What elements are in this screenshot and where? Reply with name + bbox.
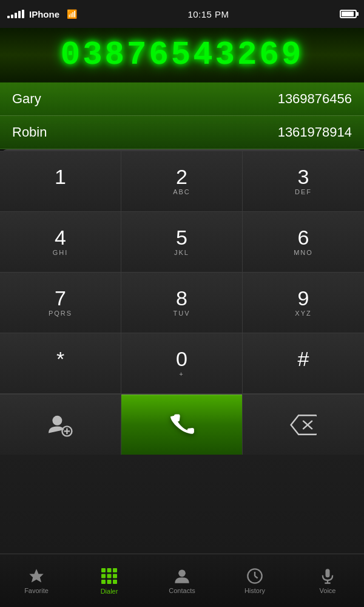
contact-number-gary: 1369876456 <box>278 91 352 107</box>
contact-row-gary[interactable]: Gary 1369876456 <box>0 83 364 116</box>
voice-icon <box>319 568 336 585</box>
main-content: 03876543269 Gary 1369876456 Robin 136197… <box>0 28 364 607</box>
tab-voice[interactable]: Voice <box>291 563 364 599</box>
key-3[interactable]: 3DEF <box>243 151 364 212</box>
contacts-icon <box>174 568 190 585</box>
key-letters-label: + <box>179 370 184 379</box>
svg-line-18 <box>255 576 258 578</box>
status-right <box>340 10 357 18</box>
svg-rect-13 <box>107 580 112 584</box>
call-button[interactable] <box>121 395 243 455</box>
contact-row-robin[interactable]: Robin 1361978914 <box>0 116 364 149</box>
tab-contacts[interactable]: Contacts <box>146 563 218 599</box>
wifi-icon: 📶 <box>67 9 77 19</box>
tab-contacts-label: Contacts <box>169 587 195 594</box>
svg-rect-11 <box>113 574 117 578</box>
display-area: 03876543269 Gary 1369876456 Robin 136197… <box>0 28 364 149</box>
battery-icon <box>340 10 357 18</box>
svg-rect-10 <box>107 574 112 578</box>
key-digit-label: # <box>298 348 309 369</box>
key-digit-label: 2 <box>176 166 187 187</box>
key-1[interactable]: 1 <box>0 151 121 212</box>
key-letters-label: JKL <box>174 249 189 257</box>
key-letters-label: GHI <box>53 249 69 257</box>
key-digit-label: 0 <box>176 348 187 369</box>
key-letters-label: DEF <box>295 188 312 197</box>
key-digit-label: 9 <box>298 288 309 308</box>
tab-dialer-label: Dialer <box>101 588 118 595</box>
key-digit-label: 5 <box>176 227 187 248</box>
tab-favorite-label: Favorite <box>24 587 49 594</box>
key-4[interactable]: 4GHI <box>0 212 121 273</box>
key-letters-label: MNO <box>294 249 313 257</box>
svg-rect-14 <box>113 580 117 584</box>
clock: 10:15 PM <box>187 9 229 19</box>
key-digit-label: 4 <box>55 227 66 248</box>
contacts-area: Gary 1369876456 Robin 1361978914 <box>0 83 364 149</box>
lcd-number: 03876543269 <box>61 36 303 73</box>
key-5[interactable]: 5JKL <box>121 212 243 273</box>
dialer-icon <box>100 567 118 585</box>
key-6[interactable]: 6MNO <box>243 212 364 273</box>
signal-bars-icon <box>7 10 24 18</box>
carrier-label: IPhone <box>29 9 59 19</box>
contact-name-robin: Robin <box>12 124 47 140</box>
key-digit-label: * <box>56 348 64 369</box>
action-row <box>0 394 364 455</box>
history-icon <box>246 568 263 585</box>
svg-rect-12 <box>101 580 106 584</box>
keypad-grid: 12ABC3DEF4GHI5JKL6MNO7PQRS8TUV9XYZ*0+# <box>0 151 364 394</box>
key-digit-label: 8 <box>176 288 187 308</box>
svg-rect-6 <box>101 568 106 572</box>
key-*[interactable]: * <box>0 333 121 394</box>
call-icon <box>169 412 195 438</box>
svg-rect-7 <box>107 568 112 572</box>
lcd-display: 03876543269 <box>0 28 364 83</box>
svg-rect-9 <box>101 574 106 578</box>
app: IPhone 📶 10:15 PM 03876543269 Gary 13698… <box>0 0 364 607</box>
tab-history-label: History <box>244 587 265 594</box>
add-contact-icon <box>49 413 73 437</box>
key-7[interactable]: 7PQRS <box>0 273 121 333</box>
key-letters-label: TUV <box>174 310 190 318</box>
tab-bar: Favorite Dialer <box>0 554 364 607</box>
add-contact-button[interactable] <box>0 395 121 455</box>
key-digit-label: 7 <box>55 288 66 308</box>
key-letters-label: ABC <box>173 188 190 197</box>
key-#[interactable]: # <box>243 333 364 394</box>
tab-history[interactable]: History <box>218 563 291 599</box>
key-digit-label: 6 <box>298 227 309 248</box>
key-letters-label: PQRS <box>49 310 72 318</box>
key-8[interactable]: 8TUV <box>121 273 243 333</box>
contact-number-robin: 1361978914 <box>278 124 352 140</box>
keypad: 12ABC3DEF4GHI5JKL6MNO7PQRS8TUV9XYZ*0+# <box>0 149 364 554</box>
svg-rect-8 <box>113 568 117 572</box>
tab-voice-label: Voice <box>320 587 336 594</box>
svg-point-0 <box>52 415 62 425</box>
svg-rect-19 <box>326 569 330 577</box>
backspace-button[interactable] <box>243 395 364 455</box>
key-letters-label: XYZ <box>295 310 311 318</box>
tab-dialer[interactable]: Dialer <box>73 562 146 600</box>
key-9[interactable]: 9XYZ <box>243 273 364 333</box>
status-bar: IPhone 📶 10:15 PM <box>0 0 364 28</box>
favorite-icon <box>28 568 45 585</box>
contact-name-gary: Gary <box>12 91 41 107</box>
key-2[interactable]: 2ABC <box>121 151 243 212</box>
svg-point-15 <box>178 569 186 577</box>
status-left: IPhone 📶 <box>7 9 77 19</box>
backspace-icon <box>290 412 317 438</box>
key-digit-label: 1 <box>55 166 66 187</box>
key-digit-label: 3 <box>298 166 309 187</box>
key-0[interactable]: 0+ <box>121 333 243 394</box>
tab-favorite[interactable]: Favorite <box>0 563 73 599</box>
